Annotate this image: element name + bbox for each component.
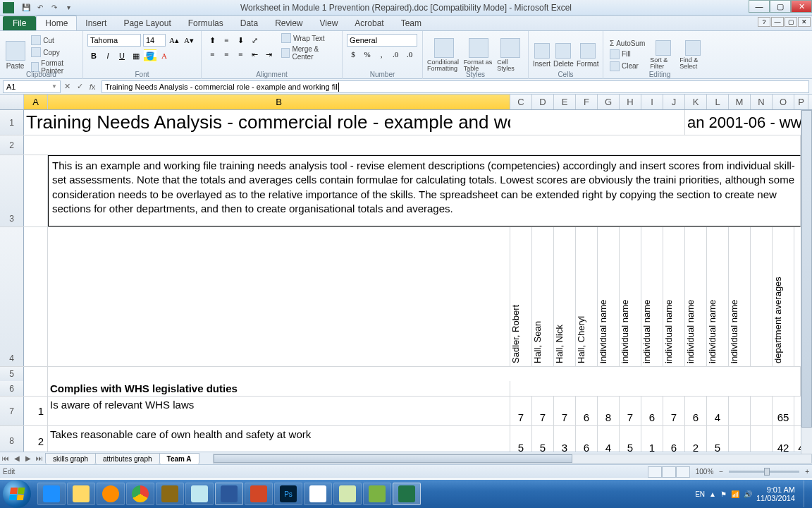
col-header-g[interactable]: G xyxy=(598,95,620,109)
task-excel[interactable] xyxy=(393,483,421,505)
decrease-indent-icon[interactable]: ⇤ xyxy=(248,48,261,61)
cell-e4[interactable]: Hall, Nick xyxy=(554,227,576,366)
cell-a8[interactable]: 2 xyxy=(24,426,48,452)
horizontal-scrollbar[interactable] xyxy=(213,454,812,464)
cut-button[interactable]: Cut xyxy=(29,35,78,46)
file-tab[interactable]: File xyxy=(3,16,36,30)
task-ie[interactable] xyxy=(37,483,66,505)
cell-g7[interactable]: 8 xyxy=(598,397,620,425)
tray-volume-icon[interactable]: 🔊 xyxy=(744,490,752,498)
autosum-button[interactable]: Σ AutoSum xyxy=(608,39,647,48)
col-header-m[interactable]: M xyxy=(729,95,751,109)
task-media[interactable] xyxy=(97,483,125,505)
workbook-minimize[interactable]: — xyxy=(771,17,784,27)
col-header-p[interactable]: P xyxy=(794,95,808,109)
vertical-scrollbar[interactable] xyxy=(801,110,812,463)
qat-save-icon[interactable]: 💾 xyxy=(20,1,32,14)
row-header-6[interactable]: 6 xyxy=(0,381,24,396)
minimize-button[interactable]: — xyxy=(749,0,770,13)
tray-network-icon[interactable]: 📶 xyxy=(731,490,739,498)
col-header-c[interactable]: C xyxy=(510,95,532,109)
zoom-in-icon[interactable]: + xyxy=(805,468,809,476)
cell-m4[interactable]: individual name xyxy=(729,227,751,366)
tab-team[interactable]: Team xyxy=(393,16,430,30)
cell-d4[interactable]: Hall, Sean xyxy=(532,227,554,366)
col-header-a[interactable]: A xyxy=(24,95,48,109)
cell-k4[interactable]: individual name xyxy=(685,227,707,366)
col-header-e[interactable]: E xyxy=(554,95,576,109)
tray-flag-icon[interactable]: ⚑ xyxy=(720,490,727,498)
formula-input[interactable]: Training Needs Analysis - commercial rol… xyxy=(102,80,809,93)
cell-k7[interactable]: 6 xyxy=(685,397,707,425)
cell-b7[interactable]: Is aware of relevant WHS laws xyxy=(48,397,510,425)
cell-a4[interactable] xyxy=(24,227,48,366)
tab-insert[interactable]: Insert xyxy=(77,16,115,30)
cell-o8[interactable]: 42 xyxy=(773,426,794,452)
cell-j4[interactable]: individual name xyxy=(663,227,685,366)
merge-center-button[interactable]: Merge & Center xyxy=(279,44,338,61)
align-bottom-icon[interactable]: ⬇ xyxy=(234,34,247,47)
zoom-thumb[interactable] xyxy=(764,468,770,476)
cell-b4[interactable] xyxy=(48,227,510,366)
vscroll-thumb[interactable] xyxy=(801,110,812,428)
cell-e7[interactable]: 7 xyxy=(554,397,576,425)
align-top-icon[interactable]: ⬆ xyxy=(206,34,219,47)
sheet-tab-attributes-graph[interactable]: attributes graph xyxy=(95,453,160,464)
tab-formulas[interactable]: Formulas xyxy=(180,16,232,30)
fill-color-button[interactable]: 🪣 xyxy=(144,49,156,62)
col-header-b[interactable]: B xyxy=(48,95,510,109)
cell-m7[interactable] xyxy=(729,397,751,425)
sheet-nav-last[interactable]: ⏭ xyxy=(34,453,45,464)
cell-right-overflow[interactable]: an 2001-06 - www.b xyxy=(685,110,805,135)
grid[interactable]: 1 Training Needs Analysis - commercial r… xyxy=(0,110,812,452)
cell-d7[interactable]: 7 xyxy=(532,397,554,425)
tray-lang[interactable]: EN xyxy=(695,490,705,498)
col-header-n[interactable]: N xyxy=(751,95,773,109)
fill-button[interactable]: Fill xyxy=(608,49,647,60)
font-color-button[interactable]: A xyxy=(158,49,171,62)
enter-formula-icon[interactable]: ✓ xyxy=(73,80,86,93)
col-header-h[interactable]: H xyxy=(620,95,641,109)
tab-data[interactable]: Data xyxy=(232,16,266,30)
cell-f4[interactable]: Hall, Cheryl xyxy=(576,227,598,366)
qat-customize-icon[interactable]: ▾ xyxy=(62,1,75,14)
task-snag[interactable] xyxy=(333,483,362,505)
view-page-layout-icon[interactable] xyxy=(662,466,676,478)
task-recycle[interactable] xyxy=(185,483,214,505)
cell-l8[interactable]: 5 xyxy=(707,426,729,452)
cell-b8[interactable]: Takes reasonable care of own health and … xyxy=(48,426,510,452)
row-header-8[interactable]: 8 xyxy=(0,426,24,452)
cell-h4[interactable]: individual name xyxy=(620,227,641,366)
font-size-select[interactable]: 14 xyxy=(143,34,166,47)
cell-j8[interactable]: 6 xyxy=(663,426,685,452)
sheet-nav-first[interactable]: ⏮ xyxy=(0,453,11,464)
cell-l4[interactable]: individual name xyxy=(707,227,729,366)
wrap-text-button[interactable]: Wrap Text xyxy=(279,32,338,44)
cell-o4[interactable]: department averages xyxy=(773,227,794,366)
orientation-icon[interactable]: ⤢ xyxy=(248,34,261,47)
row-header-4[interactable]: 4 xyxy=(0,227,24,366)
cell-g4[interactable]: individual name xyxy=(598,227,620,366)
workbook-close[interactable]: ✕ xyxy=(798,17,811,27)
cell-c8[interactable]: 5 xyxy=(510,426,532,452)
align-middle-icon[interactable]: ≡ xyxy=(220,34,233,47)
currency-icon[interactable]: $ xyxy=(347,48,359,61)
task-powerpoint[interactable] xyxy=(245,483,273,505)
row-header-1[interactable]: 1 xyxy=(0,110,24,135)
cell-f8[interactable]: 6 xyxy=(576,426,598,452)
tab-page-layout[interactable]: Page Layout xyxy=(115,16,179,30)
zoom-slider[interactable] xyxy=(729,471,799,473)
cell-o7[interactable]: 65 xyxy=(773,397,794,425)
hscroll-thumb[interactable] xyxy=(214,454,572,463)
col-header-o[interactable]: O xyxy=(773,95,794,109)
cell-n8[interactable] xyxy=(751,426,773,452)
font-name-select[interactable]: Tahoma xyxy=(87,34,141,47)
number-format-select[interactable]: General xyxy=(347,34,417,47)
col-header-j[interactable]: J xyxy=(663,95,685,109)
copy-button[interactable]: Copy xyxy=(29,47,78,58)
cell-rest5[interactable] xyxy=(510,367,801,381)
qat-undo-icon[interactable]: ↶ xyxy=(34,1,47,14)
align-left-icon[interactable]: ≡ xyxy=(206,48,219,61)
task-explorer[interactable] xyxy=(67,483,95,505)
increase-indent-icon[interactable]: ⇥ xyxy=(262,48,275,61)
